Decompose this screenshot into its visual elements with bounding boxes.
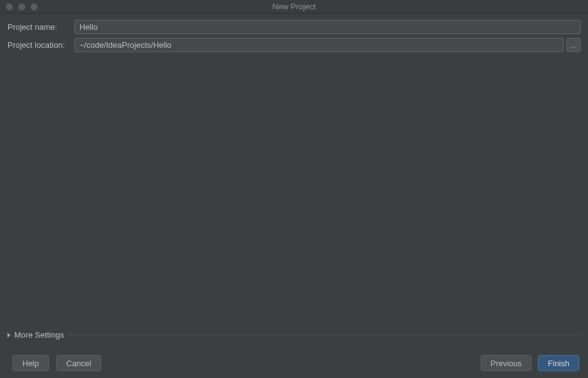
titlebar: New Project [0, 0, 588, 14]
window-controls [0, 3, 38, 11]
help-button[interactable]: Help [12, 355, 49, 371]
minimize-window-icon[interactable] [18, 3, 25, 11]
project-name-input[interactable] [74, 20, 581, 34]
chevron-right-icon [7, 333, 11, 338]
close-window-icon[interactable] [6, 3, 13, 11]
footer-right-group: Previous Finish [481, 355, 579, 371]
ellipsis-icon: ... [569, 42, 577, 49]
form-area: Project name: Project location: ... [7, 20, 581, 56]
content-area: Project name: Project location: ... More… [0, 14, 588, 348]
project-name-label: Project name: [7, 22, 74, 32]
more-settings-row: More Settings [7, 328, 581, 342]
footer: Help Cancel Previous Finish [0, 348, 588, 378]
cancel-button[interactable]: Cancel [56, 355, 101, 371]
finish-button[interactable]: Finish [538, 355, 579, 371]
zoom-window-icon[interactable] [30, 3, 38, 11]
more-settings-toggle[interactable]: More Settings [7, 328, 64, 342]
project-location-row: Project location: ... [7, 38, 581, 52]
spacer [7, 56, 581, 324]
project-name-row: Project name: [7, 20, 581, 34]
separator [68, 335, 581, 335]
project-location-input[interactable] [74, 38, 564, 52]
browse-location-button[interactable]: ... [566, 38, 581, 52]
window-title: New Project [0, 2, 588, 11]
project-location-label: Project location: [7, 40, 74, 50]
more-settings-label: More Settings [14, 330, 64, 340]
previous-button[interactable]: Previous [481, 355, 532, 371]
